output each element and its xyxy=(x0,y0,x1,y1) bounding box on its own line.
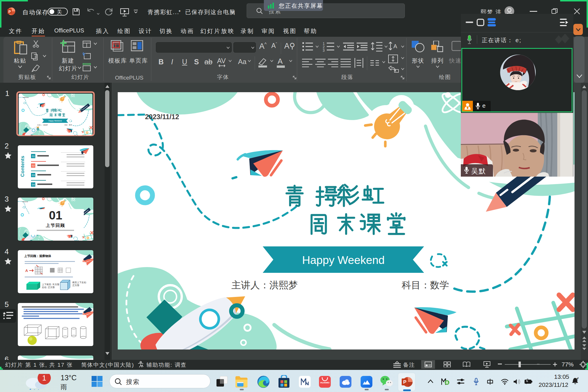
svg-text:04: 04 xyxy=(32,183,35,186)
svg-text:1: 1 xyxy=(42,374,46,382)
svg-text:左右: 正方形: 左右: 正方形 xyxy=(42,286,55,289)
svg-text:A: A xyxy=(393,43,397,49)
svg-text:上下前后: 长方形: 上下前后: 长方形 xyxy=(42,283,59,286)
svg-text:01: 01 xyxy=(32,155,35,158)
svg-text:上节回顾：观察物体: 上节回顾：观察物体 xyxy=(24,254,51,258)
svg-text:P: P xyxy=(8,10,11,14)
svg-text:P: P xyxy=(403,379,406,385)
svg-text:3: 3 xyxy=(323,49,325,52)
svg-text:02: 02 xyxy=(32,164,35,167)
svg-text:z: z xyxy=(577,377,579,379)
svg-text:03: 03 xyxy=(32,174,35,177)
svg-text:正方形: 正方形 xyxy=(72,284,79,287)
svg-text:A: A xyxy=(25,269,28,273)
svg-text:Contents: Contents xyxy=(20,156,25,177)
svg-text:前后上下左右:: 前后上下左右: xyxy=(72,281,87,284)
